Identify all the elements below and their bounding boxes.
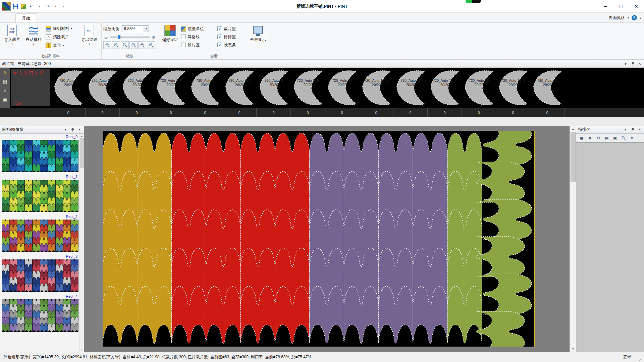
undo-button[interactable]: ↶ [28, 3, 35, 10]
scroll-down-icon[interactable]: ▼ [81, 349, 83, 351]
nested-piece[interactable] [476, 237, 525, 277]
material-item[interactable]: Rect_2 [2, 215, 78, 252]
clear-pieces-button[interactable]: 清除裁片 [45, 34, 78, 41]
view-option-度量单位[interactable]: 度量单位 [181, 26, 216, 32]
nested-piece[interactable] [483, 199, 532, 240]
canvas-scroll-thumb[interactable] [571, 132, 576, 182]
pending-zoom-icon[interactable] [620, 135, 627, 141]
remove-piece-icon[interactable]: ✕ [2, 87, 8, 94]
zoom-ratio-combo[interactable]: 6.88% ▾ [122, 25, 149, 32]
redo-button[interactable]: ↷ [44, 3, 51, 10]
pending-copy-icon[interactable]: ▣ [611, 135, 619, 141]
pending-more-icon[interactable]: ▾ [628, 135, 636, 141]
pending-pin-icon[interactable] [630, 127, 635, 132]
checkbox-icon[interactable]: ✔ [217, 26, 222, 31]
materials-scrollbar[interactable]: ▲ ▼ [79, 134, 84, 352]
zoom-slider-thumb[interactable] [118, 35, 120, 39]
close-button[interactable]: ✕ [629, 0, 644, 12]
preferences-button[interactable]: 偏好设定 [160, 23, 180, 53]
pending-close-icon[interactable]: ✕ [637, 127, 642, 132]
canvas-scroll-track[interactable] [570, 182, 576, 346]
collapse-ribbon-icon[interactable]: ▴ [640, 16, 641, 20]
canvas-scroll-down-icon[interactable]: ▼ [570, 346, 576, 352]
checkbox-icon[interactable]: ✔ [217, 35, 222, 39]
view-option-状态条[interactable]: ✔状态条 [217, 42, 247, 48]
checkbox-icon[interactable]: ✔ [217, 43, 222, 47]
piece-panel-menu-icon[interactable]: ▾ [623, 61, 628, 66]
edit-piece-icon[interactable]: ✎ [2, 69, 8, 75]
material-item[interactable]: Rect_0 [2, 135, 78, 172]
pending-sheet-icon[interactable]: ▤ [603, 135, 610, 141]
nested-piece[interactable] [476, 311, 525, 347]
combo-dropdown-icon[interactable]: ▾ [144, 26, 149, 32]
nesting-material-area[interactable] [103, 131, 535, 347]
material-thumbnail[interactable] [2, 220, 78, 252]
piece-thumbnail[interactable]: 720_Auto-6_520/20 [86, 68, 120, 108]
piece-thumbnail[interactable]: 720_Auto-1020/20 [325, 68, 359, 108]
nested-piece[interactable] [483, 274, 532, 314]
scroll-up-icon[interactable]: ▲ [81, 135, 83, 137]
zoom-one-button[interactable]: 1 [129, 41, 138, 49]
minimize-button[interactable]: ─ [598, 0, 613, 12]
checkbox-icon[interactable] [181, 43, 186, 47]
interface-style-label[interactable]: 界面风格 [609, 15, 625, 21]
zoom-slider[interactable] [110, 37, 150, 38]
pending-layout-icon[interactable]: ▦ [578, 135, 585, 141]
pending-area-body[interactable] [576, 142, 644, 352]
piece-thumbnail[interactable]: 720_Auto-1320/20 [530, 68, 565, 108]
piece-thumbnail[interactable]: 720_Auto-12_520/20 [496, 68, 530, 108]
materials-close-icon[interactable]: ✕ [77, 127, 82, 132]
interface-style-dropdown-icon[interactable]: ▾ [628, 16, 629, 19]
material-thumbnail[interactable] [2, 140, 78, 172]
export-result-button[interactable]: PLT 导出结果 ▾ [79, 23, 100, 53]
piece-thumbnail[interactable]: 720_Auto-1120/20 [393, 68, 428, 108]
undo-dropdown[interactable]: ▾ [36, 3, 43, 10]
materials-scroll-thumb[interactable] [80, 138, 84, 168]
canvas-scroll-up-icon[interactable]: ▲ [570, 126, 576, 132]
nesting-canvas-region[interactable] [84, 126, 570, 352]
pending-cut-icon[interactable]: ✂ [595, 135, 602, 141]
canvas-vertical-scrollbar[interactable]: ▲ ▼ [570, 126, 576, 352]
ruler-button[interactable]: 量尺 ▾ [45, 42, 78, 49]
zoom-out-button[interactable]: − [112, 41, 120, 49]
pending-menu-icon[interactable]: ▾ [623, 127, 628, 132]
nested-piece[interactable] [483, 131, 532, 165]
nested-piece[interactable] [476, 162, 525, 202]
clipboard-icon[interactable]: ▣ [2, 97, 8, 103]
tab-home[interactable]: 开始 [15, 13, 37, 22]
material-item[interactable]: Rect_3 [2, 254, 78, 292]
zoom-window-button[interactable] [121, 41, 129, 49]
piece-panel-close-icon[interactable]: ✕ [637, 61, 642, 66]
pending-delete-icon[interactable]: ✕ [586, 135, 594, 141]
materials-pin-icon[interactable] [70, 127, 75, 132]
piece-thumbnail[interactable]: 720_Auto-8_520/20 [222, 68, 257, 108]
piece-thumbnail[interactable]: 720_Auto-720/20 [120, 68, 154, 108]
image-tool-button[interactable] [20, 3, 27, 10]
material-thumbnail[interactable] [2, 299, 78, 332]
list-view-icon[interactable]: ▤ [2, 78, 8, 84]
piece-thumbnail[interactable]: 720_Auto-9_520/20 [291, 68, 325, 108]
zoom-slider-plus[interactable]: ⊕ [151, 35, 156, 40]
maximize-button[interactable]: □ [613, 0, 629, 12]
view-option-网格线[interactable]: 网格线 [181, 34, 216, 40]
zoom-rect-button[interactable] [138, 41, 146, 49]
app-icon[interactable] [2, 2, 11, 11]
zoom-slider-minus[interactable]: ⊖ [103, 35, 109, 40]
rule-material-button[interactable]: 规则材料 ▾ [45, 25, 78, 32]
view-option-裁片区[interactable]: ✔裁片区 [217, 26, 247, 32]
piece-thumbnail[interactable]: 720_Auto-820/20 [188, 68, 222, 108]
material-thumbnail[interactable] [2, 180, 78, 212]
view-option-待排区[interactable]: ✔待排区 [217, 34, 247, 40]
material-item[interactable]: Rect_4 [2, 294, 78, 332]
zoom-fit-button[interactable] [147, 41, 155, 49]
material-thumbnail[interactable] [2, 259, 78, 292]
resize-grip[interactable] [639, 357, 643, 361]
auto-nest-button[interactable]: 自动排料 ▾ [23, 23, 44, 53]
zoom-in-button[interactable]: + [103, 41, 111, 49]
piece-thumbnail[interactable]: 720_Auto-10_520/20 [359, 68, 393, 108]
help-icon[interactable]: ? [632, 15, 637, 20]
piece-thumbnail[interactable]: 720_Auto-620/20 [51, 68, 86, 108]
checkbox-icon[interactable] [181, 35, 186, 39]
customize-qat-button[interactable]: ▾ [60, 3, 67, 10]
piece-thumbnail[interactable]: 720_Auto-7_520/20 [154, 68, 188, 108]
